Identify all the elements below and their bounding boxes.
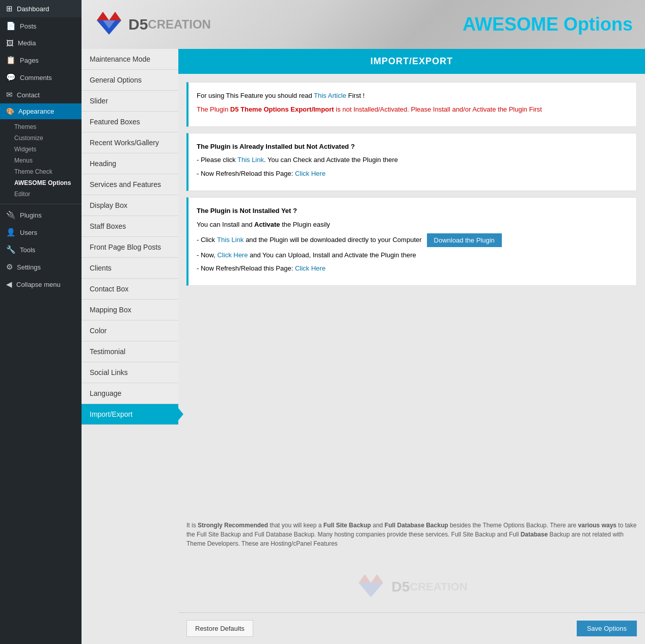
nav-item-testimonial[interactable]: Testimonial [82, 341, 178, 362]
nav-item-recent-works[interactable]: Recent Works/Gallery [82, 132, 178, 153]
panel3-line3: - Now, Click Here and You can Upload, In… [197, 250, 628, 261]
bottom-logo-icon [356, 572, 386, 602]
save-options-button[interactable]: Save Options [577, 621, 637, 636]
panel3-click-here-1[interactable]: Click Here [217, 251, 248, 259]
svg-marker-7 [359, 583, 383, 597]
nav-item-mapping-box[interactable]: Mapping Box [82, 300, 178, 320]
page-title: AWESOME Options [463, 14, 633, 35]
nav-item-front-page[interactable]: Front Page Blog Posts [82, 237, 178, 258]
nav-item-color[interactable]: Color [82, 320, 178, 341]
panel3-click-here-2[interactable]: Click Here [295, 264, 326, 272]
panel2-line1: - Please click This Link. You can Check … [197, 155, 628, 166]
sidebar-divider [0, 204, 82, 204]
section-header: IMPORT/EXPORT [178, 49, 645, 74]
nav-item-clients[interactable]: Clients [82, 258, 178, 279]
panel2-click-here[interactable]: Click Here [295, 170, 326, 177]
sidebar-subitem-awesome-options[interactable]: AWESOME Options [0, 177, 82, 189]
panel2-title: The Plugin is Already Installed but Not … [197, 142, 628, 152]
svg-marker-0 [97, 12, 109, 20]
nav-item-heading[interactable]: Heading [82, 153, 178, 174]
posts-icon: 📄 [6, 21, 16, 31]
main-content: D5 CREATION AWESOME Options Maintenance … [82, 0, 645, 644]
comments-icon: 💬 [6, 73, 16, 82]
nav-item-language[interactable]: Language [82, 383, 178, 404]
panel3-this-link[interactable]: This Link [217, 235, 244, 246]
sidebar-item-settings[interactable]: ⚙ Settings [0, 258, 82, 276]
logo-text: D5 CREATION [128, 16, 211, 33]
header: D5 CREATION AWESOME Options [82, 0, 645, 49]
collapse-icon: ◀ [6, 280, 12, 289]
panel1-text1: For using This Feature you should read T… [197, 91, 628, 101]
nav-item-display-box[interactable]: Display Box [82, 195, 178, 216]
restore-defaults-button[interactable]: Restore Defaults [186, 620, 253, 637]
left-nav: Maintenance Mode General Options Slider … [82, 49, 178, 644]
contact-icon: ✉ [6, 90, 13, 99]
dashboard-icon: ⊞ [6, 4, 13, 13]
panel-already-installed: The Plugin is Already Installed but Not … [186, 133, 637, 191]
sidebar-item-comments[interactable]: 💬 Comments [0, 69, 82, 86]
sidebar-item-plugins[interactable]: 🔌 Plugins [0, 206, 82, 224]
nav-item-social-links[interactable]: Social Links [82, 362, 178, 383]
nav-item-staff-boxes[interactable]: Staff Boxes [82, 216, 178, 237]
panel-not-installed: The Plugin is Not Installed Yet ? You ca… [186, 197, 637, 286]
tools-icon: 🔧 [6, 245, 16, 254]
sidebar-item-users[interactable]: 👤 Users [0, 224, 82, 241]
svg-marker-1 [109, 12, 121, 20]
nav-item-import-export[interactable]: Import/Export [82, 404, 178, 425]
panels-area: For using This Feature you should read T… [178, 74, 645, 521]
nav-item-general-options[interactable]: General Options [82, 70, 178, 91]
bottom-logo-text: D5 CREATION [391, 579, 467, 595]
nav-item-contact-box[interactable]: Contact Box [82, 279, 178, 300]
download-plugin-button[interactable]: Download the Plugin [427, 233, 502, 247]
d5-logo-icon [94, 9, 124, 40]
this-article-link[interactable]: This Article [314, 92, 346, 99]
sidebar-subitem-editor[interactable]: Editor [0, 189, 82, 200]
sidebar-item-posts[interactable]: 📄 Posts [0, 17, 82, 35]
nav-item-slider[interactable]: Slider [82, 91, 178, 112]
nav-item-services-features[interactable]: Services and Features [82, 174, 178, 195]
appearance-icon: 🎨 [6, 108, 14, 115]
appearance-submenu: Themes Customize Widgets Menus Theme Che… [0, 119, 82, 202]
sidebar-item-media[interactable]: 🖼 Media [0, 35, 82, 51]
sidebar-item-dashboard[interactable]: ⊞ Dashboard [0, 0, 82, 17]
sidebar-item-tools[interactable]: 🔧 Tools [0, 241, 82, 258]
svg-marker-5 [359, 574, 371, 583]
nav-item-featured-boxes[interactable]: Featured Boxes [82, 112, 178, 132]
sidebar-item-pages[interactable]: 📋 Pages [0, 51, 82, 69]
panel3-line1: You can Install and Activate the Plugin … [197, 220, 628, 230]
sidebar-item-appearance[interactable]: 🎨 Appearance [0, 103, 82, 119]
content-wrapper: Maintenance Mode General Options Slider … [82, 49, 645, 644]
users-icon: 👤 [6, 228, 16, 237]
panel3-line4: - Now Refresh/Reload this Page: Click He… [197, 263, 628, 274]
nav-item-maintenance-mode[interactable]: Maintenance Mode [82, 49, 178, 70]
panel2-this-link[interactable]: This Link [237, 156, 264, 164]
sidebar-subitem-themes[interactable]: Themes [0, 121, 82, 132]
bottom-logo-watermark: D5 CREATION [178, 556, 645, 612]
pages-icon: 📋 [6, 56, 16, 65]
footer-note: It is Strongly Recommended that you will… [178, 521, 645, 556]
panel3-line2: - Click This Link and the Plugin will be… [197, 233, 628, 247]
svg-marker-6 [371, 574, 383, 583]
right-content: IMPORT/EXPORT For using This Feature you… [178, 49, 645, 644]
sidebar-subitem-widgets[interactable]: Widgets [0, 144, 82, 155]
sidebar: ⊞ Dashboard 📄 Posts 🖼 Media 📋 Pages 💬 Co… [0, 0, 82, 644]
panel3-title: The Plugin is Not Installed Yet ? [197, 206, 628, 217]
sidebar-subitem-menus[interactable]: Menus [0, 155, 82, 166]
plugins-icon: 🔌 [6, 210, 16, 220]
panel2-line2: - Now Refresh/Reload this Page: Click He… [197, 169, 628, 179]
settings-icon: ⚙ [6, 262, 13, 272]
panel1-error-text: The Plugin D5 Theme Options Export/Impor… [197, 104, 628, 115]
sidebar-item-contact[interactable]: ✉ Contact [0, 86, 82, 103]
panel-plugin-status: For using This Feature you should read T… [186, 82, 637, 127]
sidebar-subitem-theme-check[interactable]: Theme Check [0, 166, 82, 177]
sidebar-item-collapse[interactable]: ◀ Collapse menu [0, 276, 82, 293]
media-icon: 🖼 [6, 39, 14, 47]
sidebar-subitem-customize[interactable]: Customize [0, 132, 82, 144]
logo-area: D5 CREATION [94, 9, 211, 40]
action-bar: Restore Defaults Save Options [178, 612, 645, 644]
